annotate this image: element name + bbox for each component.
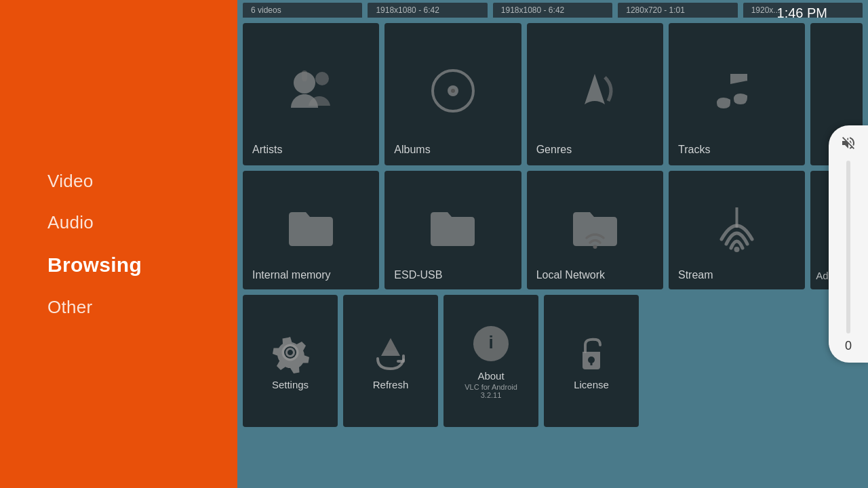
clock: 1:46 PM	[777, 5, 827, 21]
tile-settings-label: Settings	[272, 379, 309, 390]
folder-network-icon	[570, 205, 620, 249]
tile-esd-usb[interactable]: ESD-USB	[384, 171, 521, 289]
top-strip-cell-1: 1918x1080 - 6:42	[368, 3, 487, 18]
tile-esd-usb-label: ESD-USB	[394, 269, 442, 281]
sidebar: Video Audio Browsing Other	[0, 0, 237, 488]
tile-license-label: License	[574, 379, 609, 390]
tile-about-sublabel: VLC for Android3.2.11	[465, 383, 517, 399]
svg-text:i: i	[488, 332, 493, 352]
genres-icon	[568, 64, 622, 118]
artists-icon	[284, 64, 338, 118]
svg-point-6	[593, 245, 597, 249]
sidebar-item-video[interactable]: Video	[47, 171, 237, 192]
svg-point-7	[734, 247, 740, 252]
tile-internal-memory[interactable]: Internal memory	[243, 171, 379, 289]
folder-esd-icon	[427, 205, 478, 249]
tile-about-label: About	[477, 370, 504, 382]
volume-track[interactable]	[846, 161, 850, 333]
media-tiles-row: Artists Albums	[243, 23, 863, 165]
action-tiles-row: Settings Refresh	[243, 295, 863, 427]
tile-refresh-label: Refresh	[373, 379, 409, 390]
browse-tiles-row: Internal memory ESD-USB	[243, 171, 863, 289]
tile-genres-label: Genres	[536, 144, 572, 156]
tile-genres[interactable]: Genres	[527, 23, 663, 165]
tile-tracks-label: Tracks	[678, 144, 710, 156]
tile-albums-label: Albums	[394, 144, 430, 156]
tracks-icon	[710, 64, 764, 118]
tile-albums[interactable]: Albums	[384, 23, 521, 165]
grid-container: 6 videos 1918x1080 - 6:42 1918x1080 - 6:…	[237, 3, 868, 438]
folder-icon	[285, 205, 336, 249]
top-strip-cell-2: 1918x1080 - 6:42	[493, 3, 612, 18]
settings-icon	[269, 331, 311, 373]
tile-license[interactable]: License	[544, 295, 639, 427]
sidebar-item-browsing[interactable]: Browsing	[47, 253, 237, 277]
tile-internal-memory-label: Internal memory	[252, 269, 331, 281]
svg-point-5	[451, 89, 455, 93]
tile-local-network-label: Local Network	[536, 269, 605, 281]
top-strip-cell-3: 868x488 - 1:01	[618, 3, 737, 18]
tile-settings[interactable]: Settings	[243, 295, 338, 427]
tile-about[interactable]: i About VLC for Android3.2.11	[443, 295, 538, 427]
volume-slider[interactable]: 0	[829, 125, 868, 363]
top-strip-cell-0: 6 videos	[243, 3, 362, 18]
sidebar-item-other[interactable]: Other	[47, 297, 237, 318]
main-content: 1:46 PM 0 6 videos 1918x1080 - 6:42 1918…	[237, 0, 868, 488]
tile-artists[interactable]: Artists	[243, 23, 379, 165]
tile-local-network[interactable]: Local Network	[527, 171, 663, 289]
volume-level: 0	[845, 339, 852, 353]
stream-icon	[711, 202, 762, 253]
svg-rect-2	[302, 70, 307, 81]
tile-stream[interactable]: Stream	[669, 171, 805, 289]
mute-icon[interactable]	[840, 135, 856, 155]
refresh-icon	[370, 331, 412, 373]
albums-icon	[426, 64, 480, 118]
tile-tracks[interactable]: Tracks	[669, 23, 805, 165]
sidebar-item-audio[interactable]: Audio	[47, 212, 237, 233]
about-icon: i	[470, 323, 512, 365]
svg-point-1	[315, 72, 329, 85]
tile-artists-label: Artists	[252, 144, 282, 156]
tile-refresh[interactable]: Refresh	[343, 295, 438, 427]
tile-stream-label: Stream	[678, 269, 713, 281]
license-icon	[570, 331, 612, 373]
top-strip: 6 videos 1918x1080 - 6:42 1918x1080 - 6:…	[243, 3, 863, 18]
